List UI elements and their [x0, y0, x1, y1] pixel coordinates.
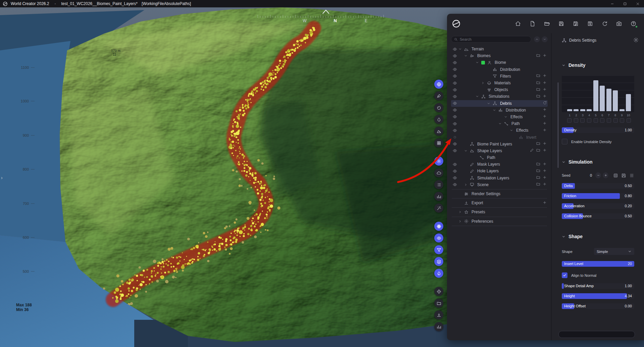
histogram-checkbox-3[interactable]: [580, 118, 585, 123]
chevron-down-icon[interactable]: [487, 102, 493, 105]
tree-row-filters[interactable]: Filters: [451, 73, 548, 80]
camera-button[interactable]: [612, 18, 626, 29]
tree-row-export[interactable]: Export: [451, 200, 548, 206]
folder-icon[interactable]: [536, 175, 540, 180]
chevron-down-icon[interactable]: [476, 61, 481, 64]
tree-row-mask-layers[interactable]: Mask Layers: [451, 161, 548, 168]
histogram-checkbox-1[interactable]: [567, 118, 572, 123]
tree-row-presets[interactable]: Presets: [451, 209, 548, 215]
visibility-toggle-icon[interactable]: [451, 182, 458, 187]
folder-icon[interactable]: [536, 141, 540, 146]
visibility-toggle-icon[interactable]: [451, 115, 458, 119]
visibility-toggle-icon[interactable]: [451, 162, 458, 167]
eye-tool-button[interactable]: [434, 233, 443, 243]
collapse-all-button[interactable]: [534, 36, 540, 42]
histogram-checkbox-8[interactable]: [613, 118, 618, 123]
stats-tool-button[interactable]: [434, 322, 443, 331]
visibility-toggle-icon[interactable]: [451, 54, 458, 58]
left-panel-expand-arrow[interactable]: ›: [1, 175, 3, 180]
folder-icon[interactable]: [536, 74, 540, 79]
tree-row-simulation-layers[interactable]: Simulation Layers: [451, 175, 548, 181]
slider-density[interactable]: Density 1.00: [562, 127, 634, 133]
pen-icon[interactable]: [530, 148, 534, 153]
help-button[interactable]: [626, 18, 641, 29]
align-to-normal-checkbox[interactable]: [562, 272, 567, 278]
brush-tool-button[interactable]: [434, 91, 443, 100]
section-shape[interactable]: Shape: [562, 234, 634, 239]
visibility-toggle-icon[interactable]: [451, 176, 458, 180]
save-button[interactable]: [554, 18, 568, 29]
chevron-right-icon[interactable]: [464, 183, 470, 186]
settings-scrollbar[interactable]: [557, 82, 559, 168]
histogram-checkbox-4[interactable]: [587, 118, 591, 123]
chevron-down-icon[interactable]: [504, 115, 510, 119]
plus-icon[interactable]: [543, 128, 547, 133]
visibility-toggle-icon[interactable]: [451, 169, 458, 173]
visibility-toggle-icon[interactable]: [451, 108, 458, 112]
tree-row-render-settings[interactable]: Render Settings: [451, 190, 548, 197]
plus-icon[interactable]: [543, 53, 547, 58]
seed-decrement-button[interactable]: [595, 172, 601, 178]
filter-tool-button[interactable]: [434, 245, 443, 254]
visibility-toggle-icon[interactable]: [451, 142, 458, 146]
home-button[interactable]: [511, 18, 525, 29]
visibility-toggle-icon[interactable]: [451, 81, 458, 85]
search-input[interactable]: [460, 37, 528, 41]
visibility-toggle-icon[interactable]: [451, 101, 458, 105]
folder-icon[interactable]: [536, 94, 540, 99]
tree-row-objects[interactable]: Objects: [451, 86, 548, 93]
histogram-checkbox-9[interactable]: [620, 118, 624, 123]
gear-tool-button[interactable]: [434, 157, 443, 166]
histogram-checkbox-10[interactable]: [627, 118, 631, 123]
tree-row-effects[interactable]: Effects: [451, 114, 548, 120]
tree-row-debris[interactable]: Debris: [451, 100, 548, 107]
tree-row-distribution[interactable]: Distribution: [451, 107, 548, 114]
slider-delta[interactable]: Delta 0.50: [562, 183, 634, 189]
folder-icon[interactable]: [536, 53, 540, 58]
slider-height[interactable]: Height 4.34: [562, 293, 634, 299]
droplet-tool-button[interactable]: [434, 115, 443, 124]
visibility-toggle-icon[interactable]: [451, 60, 458, 65]
folder-icon[interactable]: [536, 169, 540, 174]
tree-row-distribution[interactable]: Distribution: [451, 66, 548, 73]
swirl-tool-button[interactable]: [434, 103, 443, 112]
visibility-toggle-icon[interactable]: [451, 88, 458, 92]
chevron-down-icon[interactable]: [510, 129, 515, 132]
chevron-down-icon[interactable]: [476, 95, 481, 98]
minimize-button[interactable]: [606, 0, 618, 7]
tree-row-invert[interactable]: Invert: [451, 134, 548, 140]
seed-save-icon[interactable]: [621, 173, 626, 178]
plus-icon[interactable]: [543, 87, 547, 92]
chevron-down-icon[interactable]: [498, 122, 504, 125]
chevron-right-icon[interactable]: [458, 220, 464, 223]
folder-icon[interactable]: [536, 162, 540, 167]
histogram-checkbox-5[interactable]: [594, 118, 598, 123]
plus-icon[interactable]: [543, 162, 547, 167]
slider-shape-detail-amp[interactable]: Shape Detail Amp 1.00: [562, 283, 634, 289]
atom-tool-button[interactable]: [434, 222, 443, 231]
tree-row-hole-layers[interactable]: Hole Layers: [451, 168, 548, 174]
tree-row-path[interactable]: Path: [451, 154, 548, 161]
stats-tool-button[interactable]: [434, 192, 443, 201]
chevron-down-icon[interactable]: [458, 47, 464, 51]
maximize-button[interactable]: [618, 0, 631, 7]
plus-icon[interactable]: [543, 107, 547, 113]
tree-row-biome[interactable]: Biome: [451, 59, 548, 66]
plus-icon[interactable]: [543, 74, 547, 79]
visibility-toggle-icon[interactable]: [451, 94, 458, 99]
chevron-down-icon[interactable]: [464, 149, 470, 153]
download-tool-button[interactable]: [434, 310, 443, 319]
plus-icon[interactable]: [543, 81, 547, 86]
plus-icon[interactable]: [543, 121, 547, 126]
visibility-toggle-icon[interactable]: [451, 67, 458, 72]
tree-row-scene[interactable]: Scene: [451, 181, 548, 188]
folder-tool-button[interactable]: [434, 299, 443, 308]
visibility-toggle-icon[interactable]: [451, 128, 458, 133]
tree-row-biomes[interactable]: Biomes: [451, 52, 548, 59]
tree-row-shape-layers[interactable]: Shape Layers: [451, 147, 548, 154]
shape-dropdown[interactable]: Simple: [594, 248, 634, 255]
histogram-checkbox-7[interactable]: [607, 118, 611, 123]
slider-acceleration[interactable]: Acceleration 0.20: [562, 203, 634, 209]
histogram-checkbox-2[interactable]: [574, 118, 578, 123]
tree-row-terrain[interactable]: Terrain: [451, 46, 548, 52]
